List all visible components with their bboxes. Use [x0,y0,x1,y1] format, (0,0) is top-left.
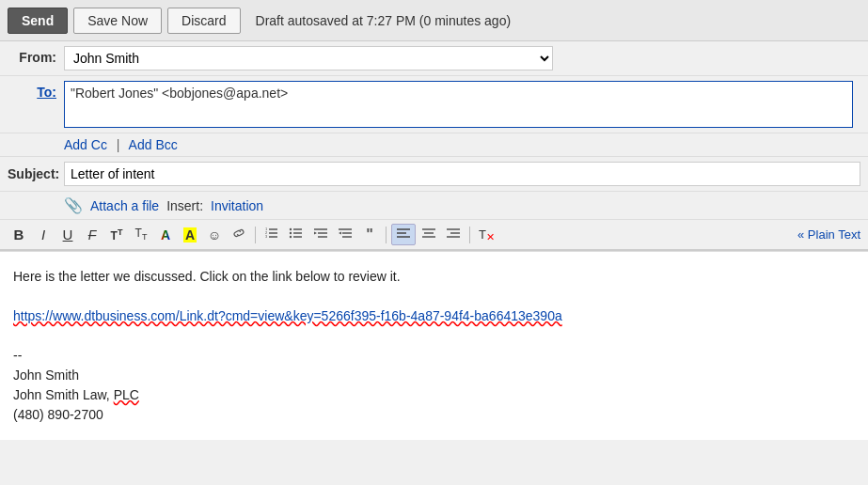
body-spacer1 [13,287,855,306]
plain-text-link[interactable]: « Plain Text [797,227,860,242]
body-sig-dash: -- [13,346,855,366]
from-row: From: John Smith [0,41,868,76]
email-body[interactable]: Here is the letter we discussed. Click o… [0,252,868,440]
body-sig-company: John Smith Law, PLC [13,385,855,405]
sep1 [255,227,256,243]
body-spacer2 [13,326,855,346]
body-link-line: https://www.dtbusiness.com/Link.dt?cmd=v… [13,306,855,326]
invitation-link[interactable]: Invitation [211,198,263,213]
subject-input[interactable] [64,162,860,186]
align-left-button[interactable] [391,224,416,245]
to-row: To: "Robert Jones" <bobjones@apa.net> [0,76,868,133]
top-toolbar: Send Save Now Discard Draft autosaved at… [0,0,868,41]
clear-format-button[interactable]: T✕ [475,226,498,243]
unordered-list-button[interactable] [285,225,308,244]
from-select[interactable]: John Smith [64,46,553,70]
align-center-button[interactable] [418,225,440,244]
compose-form: From: John Smith To: "Robert Jones" <bob… [0,41,868,220]
highlight-button[interactable]: A [179,226,201,244]
svg-text:3: 3 [265,234,268,239]
attach-file-link[interactable]: Attach a file [90,198,159,213]
decrease-font-button[interactable]: TT [130,225,152,243]
body-link[interactable]: https://www.dtbusiness.com/Link.dt?cmd=v… [13,308,562,323]
align-right-button[interactable] [442,225,465,244]
body-line1: Here is the letter we discussed. Click o… [13,267,855,287]
to-label: To: [8,81,64,100]
font-color-button[interactable]: A [154,226,177,244]
autosave-status: Draft autosaved at 7:27 PM (0 minutes ag… [256,13,512,28]
discard-button[interactable]: Discard [167,8,240,34]
email-body-container: Here is the letter we discussed. Click o… [0,251,868,440]
body-sig-name: John Smith [13,366,855,385]
svg-point-9 [290,228,292,230]
subject-row: Subject: [0,157,868,192]
to-value: "Robert Jones" <bobjones@apa.net> [71,86,288,101]
indent-button[interactable] [334,225,356,244]
save-now-button[interactable]: Save Now [73,8,162,34]
underline-button[interactable]: U [56,225,79,244]
ordered-list-button[interactable]: 123 [260,225,283,244]
svg-point-10 [290,232,292,234]
link-button[interactable] [228,224,250,245]
svg-marker-19 [339,232,341,235]
to-field[interactable]: "Robert Jones" <bobjones@apa.net> [64,81,853,128]
body-sig-phone: (480) 890-2700 [13,405,855,425]
outdent-button[interactable] [309,225,332,244]
add-cc-link[interactable]: Add Cc [64,137,107,152]
italic-button[interactable]: I [32,225,55,244]
strikethrough-button[interactable]: F [81,226,103,244]
svg-marker-15 [314,232,317,235]
pipe-separator: | [117,137,120,152]
sep2 [386,227,387,243]
emoticon-button[interactable]: ☺ [203,226,226,244]
increase-font-button[interactable]: TT [105,226,128,244]
format-toolbar: B I U F TT TT A A ☺ 123 " T✕ « P [0,220,868,251]
subject-label: Subject: [8,166,64,181]
insert-label: Insert: [166,198,203,213]
send-button[interactable]: Send [8,8,68,34]
from-label: From: [8,46,64,65]
svg-point-11 [290,236,292,238]
attach-row: 📎 Attach a file Insert: Invitation [0,192,868,220]
blockquote-button[interactable]: " [358,225,381,245]
bold-button[interactable]: B [8,225,30,244]
cc-bcc-row: Add Cc | Add Bcc [0,133,868,157]
sep3 [469,227,470,243]
add-bcc-link[interactable]: Add Bcc [129,137,178,152]
paperclip-icon: 📎 [64,196,83,214]
